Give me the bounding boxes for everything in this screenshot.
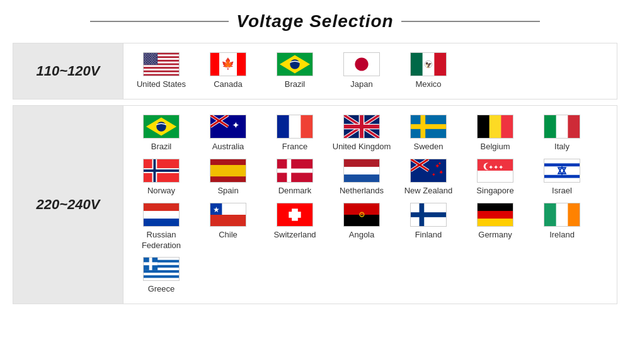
svg-rect-60	[237, 53, 246, 76]
country-name: Belgium	[481, 142, 510, 152]
country-name: Israel	[552, 186, 572, 196]
country-flag	[143, 257, 180, 281]
title-row: Voltage Selection	[13, 11, 617, 31]
country-flag	[143, 115, 180, 139]
svg-text:✦: ✦	[432, 171, 436, 177]
list-item: Sweden	[397, 115, 460, 152]
svg-text:✦✦✦: ✦✦✦	[488, 164, 503, 171]
page-title: Voltage Selection	[236, 11, 393, 31]
list-item: Brazil	[263, 52, 326, 90]
svg-rect-4	[144, 65, 179, 67]
country-flag: 🦅	[410, 52, 447, 76]
country-flag	[477, 203, 513, 227]
country-flag: 🍁	[210, 52, 246, 76]
svg-rect-95	[411, 124, 446, 129]
svg-text:✦: ✦	[438, 169, 444, 176]
svg-rect-137	[144, 203, 179, 210]
list-item: ✦ Australia	[197, 115, 260, 152]
countries-cell-110: ★★★★★★★★★★★★★★★★★★★★★★★★★★★★★★★★★★★★★★★★…	[123, 43, 617, 100]
page-wrapper: Voltage Selection 110~120V ★★★★★★★★★★★★★…	[0, 0, 630, 317]
list-item: Israel	[530, 159, 593, 196]
country-name: United Kingdom	[333, 142, 391, 152]
voltage-label-220: 220~240V	[13, 105, 123, 304]
svg-rect-144	[289, 212, 301, 218]
svg-rect-112	[277, 168, 312, 173]
list-item: Finland	[397, 203, 460, 241]
list-item: 🍁 Canada	[197, 52, 260, 90]
svg-text:🦅: 🦅	[425, 61, 432, 69]
country-flag	[277, 52, 313, 76]
list-item: Russian Federation	[130, 203, 193, 251]
country-flag	[277, 115, 313, 139]
svg-rect-109	[210, 159, 246, 164]
country-name: Denmark	[278, 186, 312, 196]
list-item: Netherlands	[330, 159, 393, 196]
country-flag: ✦✦✦	[477, 159, 513, 183]
svg-text:🍁: 🍁	[221, 57, 235, 71]
list-item: Germany	[464, 203, 527, 241]
svg-rect-6	[144, 72, 179, 74]
list-item: Greece	[130, 257, 193, 295]
country-name: Mexico	[415, 79, 441, 90]
svg-rect-59	[210, 53, 219, 76]
list-item: ★ Chile	[197, 203, 260, 241]
list-item: Italy	[530, 115, 593, 152]
svg-rect-5	[144, 69, 179, 71]
country-flag	[410, 203, 447, 227]
country-flag: ⚙	[343, 203, 380, 227]
list-item: 🦅 Mexico	[397, 52, 460, 90]
svg-text:✦: ✦	[232, 120, 240, 130]
list-item: Japan	[330, 52, 393, 90]
svg-rect-108	[210, 165, 246, 176]
country-name: Australia	[212, 142, 244, 152]
svg-rect-101	[544, 115, 556, 139]
svg-rect-165	[144, 263, 158, 266]
voltage-table: 110~120V ★★★★★★★★★★★★★★★★★★★★★★★★★★★★★★★…	[13, 43, 617, 304]
list-item: Belgium	[464, 115, 527, 152]
row-110: 110~120V ★★★★★★★★★★★★★★★★★★★★★★★★★★★★★★★…	[13, 43, 617, 100]
svg-rect-161	[144, 273, 179, 276]
country-name: Brazil	[285, 79, 306, 90]
svg-text:⚙: ⚙	[358, 211, 365, 219]
svg-rect-69	[434, 53, 446, 76]
country-name: Switzerland	[273, 230, 316, 241]
country-flag	[544, 159, 580, 183]
country-name: Ireland	[549, 230, 575, 241]
title-line-left	[90, 21, 229, 22]
title-line-right	[401, 21, 540, 22]
svg-text:✦: ✦	[438, 161, 442, 166]
country-grid-110: ★★★★★★★★★★★★★★★★★★★★★★★★★★★★★★★★★★★★★★★★…	[130, 52, 610, 90]
country-flag	[143, 203, 180, 227]
country-flag	[544, 203, 580, 227]
svg-rect-83	[277, 115, 289, 139]
list-item: Denmark	[263, 159, 326, 196]
country-flag	[544, 115, 580, 139]
country-name: Japan	[350, 79, 372, 90]
country-name: Finland	[415, 230, 442, 241]
country-name: Russian Federation	[130, 230, 193, 251]
svg-rect-115	[344, 159, 379, 166]
svg-text:★: ★	[213, 206, 220, 213]
list-item: United Kingdom	[330, 115, 393, 152]
list-item: ⚙ Angola	[330, 203, 393, 241]
country-name: Angola	[349, 230, 374, 241]
country-flag	[210, 159, 246, 183]
country-flag: ★	[210, 203, 246, 227]
country-flag	[277, 159, 313, 183]
list-item: ✦ ✦ ✦ ✦ New Zealand	[397, 159, 460, 196]
country-flag	[143, 159, 180, 183]
country-flag	[477, 115, 513, 139]
list-item: Brazil	[130, 115, 193, 152]
countries-cell-220: Brazil ✦ Australia France United Kingdom	[123, 105, 617, 304]
country-name: United States	[137, 79, 186, 90]
list-item: Norway	[130, 159, 193, 196]
svg-rect-150	[411, 212, 446, 217]
svg-rect-156	[544, 203, 556, 226]
divider-row	[13, 99, 617, 105]
country-name: New Zealand	[404, 186, 453, 196]
country-flag: ✦ ✦ ✦ ✦	[410, 159, 447, 183]
country-flag: ✦	[210, 115, 246, 139]
svg-rect-106	[144, 169, 179, 172]
country-name: Norway	[147, 186, 175, 196]
country-flag	[277, 203, 313, 227]
